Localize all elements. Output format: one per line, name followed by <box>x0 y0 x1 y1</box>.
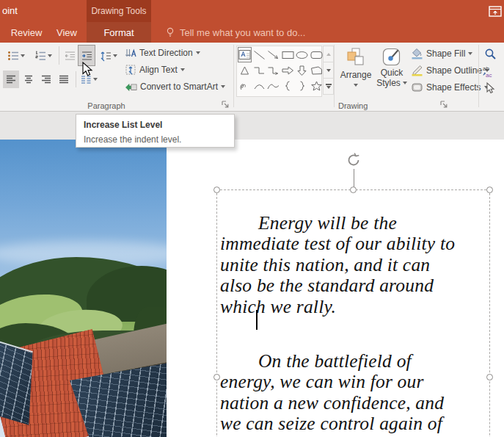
align-text-label: Align Text <box>139 65 178 75</box>
line-spacing-icon <box>100 50 112 62</box>
shape-elbow-arrow-connector[interactable] <box>266 62 280 78</box>
shape-rectangle[interactable] <box>281 47 295 62</box>
shape-effects-button[interactable]: Shape Effects <box>411 82 489 93</box>
text-direction-label: Text Direction <box>139 48 193 58</box>
tab-format[interactable]: Format <box>87 22 151 43</box>
tooltip-title: Increase List Level <box>84 120 227 130</box>
select-button[interactable] <box>484 82 496 95</box>
separator <box>76 71 76 87</box>
quick-styles-dropdown-arrow <box>403 82 407 84</box>
contextual-tab-group-drawing-tools: Drawing Tools <box>87 0 151 22</box>
gallery-more-button[interactable] <box>323 78 334 95</box>
select-icon <box>484 82 496 95</box>
find-button[interactable] <box>484 48 497 60</box>
tooltip-description: Increase the indent level. <box>84 134 227 145</box>
window-title-fragment: oint <box>2 5 18 16</box>
mouse-cursor <box>82 62 93 77</box>
shape-star[interactable] <box>310 78 324 93</box>
arrange-button[interactable]: Arrange <box>339 46 373 98</box>
tell-me-placeholder: Tell me what you want to do... <box>180 27 305 38</box>
slide-photo-solar-panels[interactable] <box>0 140 167 437</box>
shape-left-brace[interactable] <box>281 78 295 93</box>
shape-outline-label: Shape Outline <box>426 65 482 76</box>
smartart-dropdown-arrow <box>221 85 225 88</box>
quote-text-box[interactable]: Energy will be the immediate test of our… <box>216 189 490 437</box>
tell-me-box[interactable]: Tell me what you want to do... <box>166 22 305 43</box>
ribbon-display-options-icon[interactable] <box>489 6 502 17</box>
shape-line[interactable] <box>252 47 266 62</box>
shape-fill-label: Shape Fill <box>426 48 465 59</box>
ribbon: Text Direction Align Text Convert to Sma… <box>0 43 504 112</box>
photo-solar-panel-left <box>0 340 33 425</box>
line-spacing-button[interactable] <box>98 46 119 65</box>
shape-oval[interactable] <box>295 47 309 62</box>
separator <box>59 46 59 65</box>
quick-styles-button[interactable]: Quick Styles <box>374 46 409 98</box>
shapes-gallery-scrollbar <box>323 46 334 97</box>
align-text-button[interactable]: Align Text <box>125 64 185 76</box>
shape-scribble[interactable] <box>238 78 252 93</box>
text-direction-button[interactable]: Text Direction <box>125 47 200 59</box>
tab-view[interactable]: View <box>50 22 84 43</box>
increase-list-level-tooltip: Increase List Level Increase the indent … <box>76 114 235 148</box>
quote-paragraph-2[interactable]: On the battlefield of energy, we can win… <box>220 351 488 437</box>
smartart-icon <box>125 81 137 93</box>
bullets-button[interactable] <box>3 46 29 65</box>
shape-effects-icon <box>411 82 423 93</box>
align-left-icon <box>5 73 17 85</box>
shape-effects-label: Shape Effects <box>426 82 481 93</box>
shape-text-box[interactable] <box>238 47 252 62</box>
powerpoint-window: oint Drawing Tools Review View Format Te… <box>0 0 504 437</box>
justify-icon <box>58 73 70 85</box>
text-cursor-caret <box>256 310 258 330</box>
group-separator <box>334 45 335 107</box>
shape-curve[interactable] <box>266 78 280 93</box>
drawing-dialog-launcher[interactable] <box>439 100 448 109</box>
shape-right-brace[interactable] <box>295 78 309 93</box>
rotate-handle-icon[interactable] <box>346 152 362 168</box>
align-right-button[interactable] <box>38 71 54 88</box>
center-icon <box>23 73 34 85</box>
svg-text:ac: ac <box>486 72 492 79</box>
find-icon <box>484 48 497 60</box>
quote-text[interactable]: Energy will be the immediate test of our… <box>220 192 488 437</box>
arrange-dropdown-arrow <box>354 84 358 87</box>
gallery-scroll-up-button[interactable] <box>323 46 334 62</box>
line-spacing-dropdown-arrow <box>113 54 117 57</box>
gallery-scroll-down-button[interactable] <box>323 62 334 79</box>
shape-elbow-connector[interactable] <box>252 62 266 78</box>
center-button[interactable] <box>21 71 37 88</box>
justify-button[interactable] <box>56 71 72 88</box>
numbering-button[interactable] <box>30 46 56 65</box>
shape-down-arrow[interactable] <box>295 62 309 78</box>
shape-triangle[interactable] <box>238 62 252 78</box>
shape-rounded-rectangle[interactable] <box>310 47 324 62</box>
lightbulb-icon <box>166 27 175 38</box>
shape-right-arrow[interactable] <box>281 62 295 78</box>
resize-handle-middle-left[interactable] <box>213 374 220 380</box>
decrease-list-level-button[interactable] <box>62 46 78 65</box>
shape-arrow[interactable] <box>266 47 280 62</box>
paragraph-dialog-launcher[interactable] <box>221 100 230 109</box>
shape-outline-button[interactable]: Shape Outline <box>411 65 489 76</box>
shape-fill-button[interactable]: Shape Fill <box>411 48 472 59</box>
shape-corner[interactable] <box>310 62 324 78</box>
resize-handle-top-left[interactable] <box>213 187 220 193</box>
replace-icon: ab ac <box>482 65 498 78</box>
convert-to-smartart-button[interactable]: Convert to SmartArt <box>125 81 225 93</box>
increase-indent-icon <box>81 50 92 62</box>
rotate-handle-stem <box>354 169 354 187</box>
replace-button[interactable]: ab ac <box>482 65 498 78</box>
shape-arc[interactable] <box>252 78 266 93</box>
quick-styles-icon <box>381 47 402 68</box>
arrange-label: Arrange <box>340 70 372 80</box>
slide-canvas[interactable]: Energy will be the immediate test of our… <box>0 140 504 437</box>
numbering-icon <box>34 50 46 62</box>
quote-paragraph-1[interactable]: Energy will be the immediate test of our… <box>220 213 488 318</box>
tab-review[interactable]: Review <box>6 22 47 43</box>
convert-to-smartart-label: Convert to SmartArt <box>140 82 218 92</box>
up-arrow-icon <box>326 53 331 56</box>
align-left-button[interactable] <box>3 71 19 88</box>
columns-dropdown-arrow <box>93 78 98 81</box>
paragraph-group-label: Paragraph <box>0 101 213 110</box>
